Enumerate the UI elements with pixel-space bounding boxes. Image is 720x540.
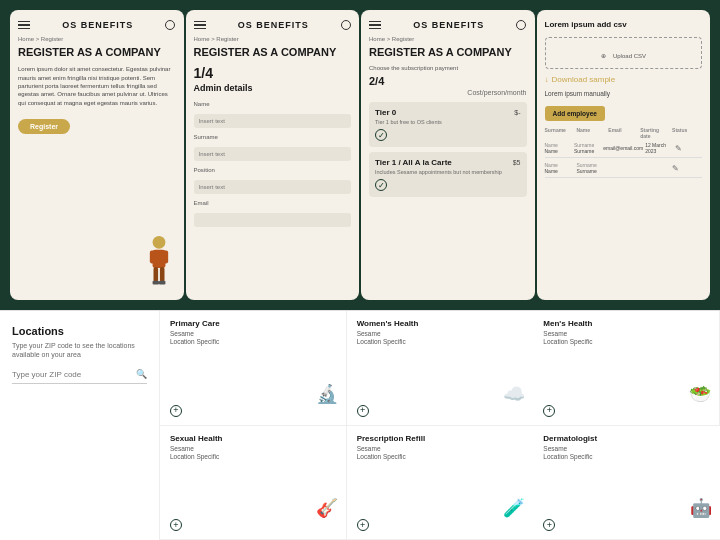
breadcrumb-2: Home > Register xyxy=(194,36,352,42)
page-title-3: REGISTER AS A COMPANY xyxy=(369,46,527,59)
phone-card-3: OS BENEFITS Home > Register REGISTER AS … xyxy=(361,10,535,300)
health-sub-prescription-2: Location Specific xyxy=(357,453,524,461)
health-sub-derma-2: Location Specific xyxy=(543,453,710,461)
brand-name-2: OS BENEFITS xyxy=(238,20,309,30)
input-email[interactable] xyxy=(194,213,352,227)
add-prescription[interactable]: + xyxy=(357,519,369,531)
svg-rect-7 xyxy=(159,281,165,285)
user-icon-3 xyxy=(516,20,526,30)
health-cell-primary-care: Primary Care Sesame Location Specific 🔬 … xyxy=(160,311,347,426)
field-label-surname: Surname xyxy=(194,134,352,140)
health-cell-dermatologist: Dermatologist Sesame Location Specific 🤖… xyxy=(533,426,720,541)
bottom-section: Locations Type your ZIP code to see the … xyxy=(0,310,720,540)
register-button[interactable]: Register xyxy=(18,119,70,134)
zip-input-wrapper: 🔍 xyxy=(12,369,147,384)
health-title-derma: Dermatologist xyxy=(543,434,710,443)
body-text-1: Lorem ipsum dolor sit amet consectetur. … xyxy=(18,65,176,107)
add-primary-care[interactable]: + xyxy=(170,405,182,417)
brand-name-3: OS BENEFITS xyxy=(413,20,484,30)
tier-0-desc: Tier 1 but free to OS clients xyxy=(375,119,521,125)
zip-input[interactable] xyxy=(12,370,136,379)
add-womens-health[interactable]: + xyxy=(357,405,369,417)
tier-1-checkbox[interactable] xyxy=(375,179,387,191)
health-title-primary: Primary Care xyxy=(170,319,336,328)
tier-card-1: Tier 1 / All A la Carte $5 Includes Sesa… xyxy=(369,152,527,197)
breadcrumb-1: Home > Register xyxy=(18,36,176,42)
tier-1-name: Tier 1 / All A la Carte xyxy=(375,158,452,167)
tier-0-name: Tier 0 xyxy=(375,108,396,117)
employee-row-1: Name Name Surname Surname email@email.co… xyxy=(545,142,703,158)
add-mens-health[interactable]: + xyxy=(543,405,555,417)
add-employee-button[interactable]: Add employee xyxy=(545,106,605,121)
primary-care-illus: 🔬 xyxy=(316,383,338,405)
health-sub-sexual-1: Sesame xyxy=(170,445,336,453)
locations-panel: Locations Type your ZIP code to see the … xyxy=(0,311,160,540)
col-email: Email xyxy=(608,127,638,139)
add-sexual-health[interactable]: + xyxy=(170,519,182,531)
emp1-name-val: Name xyxy=(545,148,572,154)
health-cell-womens-health: Women's Health Sesame Location Specific … xyxy=(347,311,534,426)
field-position: Position xyxy=(194,167,352,194)
locations-title: Locations xyxy=(12,325,147,337)
phone-card-1: OS BENEFITS Home > Register REGISTER AS … xyxy=(10,10,184,300)
womens-health-illus: ☁️ xyxy=(503,383,525,405)
health-title-womens: Women's Health xyxy=(357,319,524,328)
health-cell-prescription: Prescription Refill Sesame Location Spec… xyxy=(347,426,534,541)
health-sub-derma-1: Sesame xyxy=(543,445,710,453)
upload-csv-area[interactable]: ⊕ Upload CSV xyxy=(545,37,703,69)
svg-rect-3 xyxy=(162,251,168,264)
emp1-date: 12 March 2023 xyxy=(645,142,672,154)
csv-title: Lorem ipsum add csv xyxy=(545,20,703,29)
tier-0-price: $- xyxy=(514,109,520,116)
tier-1-header: Tier 1 / All A la Carte $5 xyxy=(375,158,521,167)
emp1-email: email@email.com xyxy=(603,145,643,151)
sexual-health-illus: 🎸 xyxy=(316,497,338,519)
phone-header-3: OS BENEFITS xyxy=(369,20,527,30)
field-email: Email xyxy=(194,200,352,227)
tier-0-header: Tier 0 $- xyxy=(375,108,521,117)
user-icon-2 xyxy=(341,20,351,30)
user-icon-1 xyxy=(165,20,175,30)
phone-card-2: OS BENEFITS Home > Register REGISTER AS … xyxy=(186,10,360,300)
mens-health-illus: 🥗 xyxy=(689,383,711,405)
top-section: OS BENEFITS Home > Register REGISTER AS … xyxy=(0,0,720,310)
svg-rect-4 xyxy=(153,267,158,282)
page-title-2: REGISTER AS A COMPANY xyxy=(194,46,352,59)
add-dermatologist[interactable]: + xyxy=(543,519,555,531)
upload-csv-label: Upload CSV xyxy=(613,53,646,59)
svg-rect-5 xyxy=(159,267,164,282)
health-sub-mens-2: Location Specific xyxy=(543,338,709,346)
phone-header-2: OS BENEFITS xyxy=(194,20,352,30)
section-label-2: Admin details xyxy=(194,83,352,93)
subtitle-3: Choose the subscription payment xyxy=(369,65,527,71)
prescription-illus: 🧪 xyxy=(503,497,525,519)
emp2-surname-val: Surname xyxy=(576,168,606,174)
step-indicator-3: 2/4 xyxy=(369,75,527,87)
health-title-sexual: Sexual Health xyxy=(170,434,336,443)
health-cell-sexual-health: Sexual Health Sesame Location Specific 🎸… xyxy=(160,426,347,541)
emp2-edit-icon[interactable]: ✎ xyxy=(672,164,702,173)
tier-1-desc: Includes Sesame appointments but not mem… xyxy=(375,169,521,175)
health-title-mens: Men's Health xyxy=(543,319,709,328)
tier-0-checkbox[interactable] xyxy=(375,129,387,141)
input-position[interactable] xyxy=(194,180,352,194)
brand-name-1: OS BENEFITS xyxy=(62,20,133,30)
field-label-email: Email xyxy=(194,200,352,206)
emp1-surname-val: Surname xyxy=(574,148,601,154)
health-sub-sexual-2: Location Specific xyxy=(170,453,336,461)
input-name[interactable] xyxy=(194,114,352,128)
field-label-position: Position xyxy=(194,167,352,173)
upload-plus-icon: ⊕ xyxy=(601,53,606,59)
health-sub-primary-1: Sesame xyxy=(170,330,336,338)
hamburger-icon-2[interactable] xyxy=(194,21,206,30)
emp1-edit-icon[interactable]: ✎ xyxy=(675,144,702,153)
illustration-person xyxy=(139,235,179,290)
input-surname[interactable] xyxy=(194,147,352,161)
col-start: Starting date xyxy=(640,127,670,139)
download-sample-link[interactable]: ↓ Download sample xyxy=(545,75,703,84)
hamburger-icon-3[interactable] xyxy=(369,21,381,30)
health-sub-womens-2: Location Specific xyxy=(357,338,524,346)
phone-card-4: Lorem ipsum add csv ⊕ Upload CSV ↓ Downl… xyxy=(537,10,711,300)
hamburger-icon[interactable] xyxy=(18,21,30,30)
step-sub-3: Cost/person/month xyxy=(369,89,527,96)
